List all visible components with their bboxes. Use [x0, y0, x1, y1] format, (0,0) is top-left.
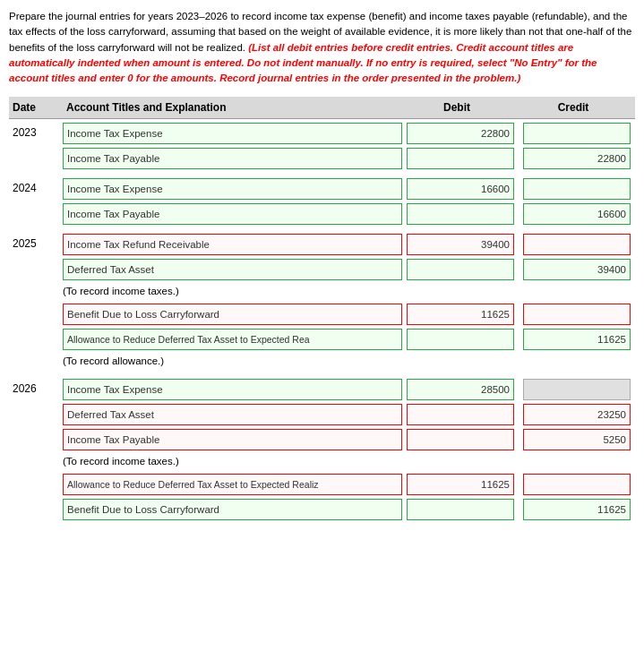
- entry-row-2026-2: [9, 404, 635, 425]
- entry-row-2025-4: [9, 329, 635, 350]
- entry-row-2023-2: [9, 148, 635, 169]
- account-input-2025-2[interactable]: [63, 259, 402, 280]
- debit-input-2024-2[interactable]: [407, 203, 514, 225]
- credit-input-2026-1[interactable]: [523, 379, 631, 400]
- header-date: Date: [13, 101, 66, 114]
- account-input-2025-1[interactable]: [63, 234, 402, 255]
- credit-input-2026-4[interactable]: [523, 474, 631, 495]
- account-input-2024-2[interactable]: [63, 203, 402, 225]
- credit-input-2025-4[interactable]: [523, 329, 631, 350]
- note-row-2025-2: (To record allowance.): [9, 354, 635, 370]
- date-2024: 2024: [9, 178, 63, 194]
- credit-input-2023-1[interactable]: [523, 123, 631, 144]
- entry-row-2026-3: [9, 429, 635, 450]
- entry-row-2026-4: [9, 474, 635, 495]
- entry-row-2025-3: [9, 304, 635, 325]
- credit-input-2026-2[interactable]: [523, 404, 631, 425]
- account-input-2026-1[interactable]: [63, 379, 402, 400]
- debit-input-2026-3[interactable]: [407, 429, 514, 450]
- debit-input-2024-1[interactable]: [407, 178, 514, 200]
- instructions-block: Prepare the journal entries for years 20…: [9, 9, 635, 86]
- account-input-2023-1[interactable]: [63, 123, 402, 144]
- header-account: Account Titles and Explanation: [66, 101, 399, 114]
- account-input-2025-3[interactable]: [63, 304, 402, 325]
- entry-row-2025-1: 2025: [9, 234, 635, 255]
- note-text-2026-1: (To record income taxes.): [63, 454, 402, 470]
- table-header: Date Account Titles and Explanation Debi…: [9, 97, 635, 119]
- date-2023: 2023: [9, 123, 63, 139]
- debit-input-2025-1[interactable]: [407, 234, 514, 255]
- debit-input-2023-1[interactable]: [407, 123, 514, 144]
- entry-row-2026-5: [9, 499, 635, 520]
- header-credit: Credit: [515, 101, 631, 114]
- account-input-2026-3[interactable]: [63, 429, 402, 450]
- account-input-2024-1[interactable]: [63, 178, 402, 200]
- account-input-2023-2[interactable]: [63, 148, 402, 169]
- credit-input-2025-3[interactable]: [523, 304, 631, 325]
- note-text-2025-1: (To record income taxes.): [63, 284, 402, 300]
- entry-row-2024-1: 2024: [9, 178, 635, 200]
- entry-row-2026-1: 2026: [9, 379, 635, 400]
- entry-row-2023-1: 2023: [9, 123, 635, 144]
- note-text-2025-2: (To record allowance.): [63, 354, 402, 370]
- note-row-2026-1: (To record income taxes.): [9, 454, 635, 470]
- entry-row-2024-2: [9, 203, 635, 225]
- note-row-2025-1: (To record income taxes.): [9, 284, 635, 300]
- credit-input-2023-2[interactable]: [523, 148, 631, 169]
- credit-input-2025-1[interactable]: [523, 234, 631, 255]
- debit-input-2025-3[interactable]: [407, 304, 514, 325]
- account-input-2026-4[interactable]: [63, 474, 402, 495]
- credit-input-2026-3[interactable]: [523, 429, 631, 450]
- debit-input-2023-2[interactable]: [407, 148, 514, 169]
- credit-input-2024-1[interactable]: [523, 178, 631, 200]
- debit-input-2026-5[interactable]: [407, 499, 514, 520]
- debit-input-2026-2[interactable]: [407, 404, 514, 425]
- date-2025: 2025: [9, 234, 63, 250]
- debit-input-2026-4[interactable]: [407, 474, 514, 495]
- credit-input-2026-5[interactable]: [523, 499, 631, 520]
- account-input-2025-4[interactable]: [63, 329, 402, 350]
- header-debit: Debit: [399, 101, 515, 114]
- debit-input-2025-2[interactable]: [407, 259, 514, 280]
- credit-input-2025-2[interactable]: [523, 259, 631, 280]
- date-2026: 2026: [9, 379, 63, 395]
- entry-row-2025-2: [9, 259, 635, 280]
- account-input-2026-5[interactable]: [63, 499, 402, 520]
- debit-input-2026-1[interactable]: [407, 379, 514, 400]
- account-input-2026-2[interactable]: [63, 404, 402, 425]
- debit-input-2025-4[interactable]: [407, 329, 514, 350]
- credit-input-2024-2[interactable]: [523, 203, 631, 225]
